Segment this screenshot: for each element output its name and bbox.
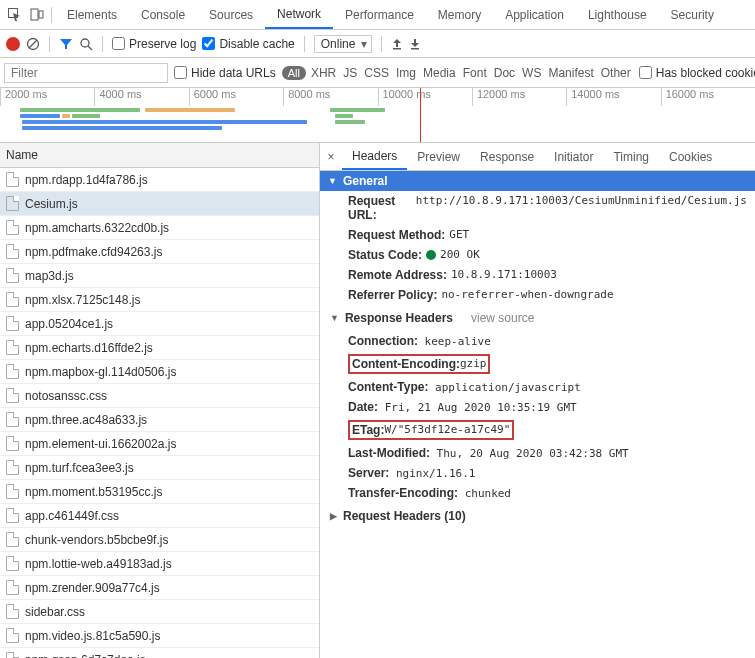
request-row[interactable]: npm.moment.b53195cc.js xyxy=(0,480,319,504)
header-row: Request URL:http://10.8.9.171:10003/Cesi… xyxy=(320,191,755,225)
detail-tab-response[interactable]: Response xyxy=(470,143,544,170)
timeline-overview[interactable]: 2000 ms4000 ms6000 ms8000 ms10000 ms1200… xyxy=(0,88,755,143)
request-row[interactable]: npm.pdfmake.cfd94263.js xyxy=(0,240,319,264)
has-blocked-checkbox[interactable]: Has blocked cookie xyxy=(639,66,755,80)
detail-tab-initiator[interactable]: Initiator xyxy=(544,143,603,170)
request-row[interactable]: npm.zrender.909a77c4.js xyxy=(0,576,319,600)
filter-type-js[interactable]: JS xyxy=(341,66,359,80)
filter-icon[interactable] xyxy=(59,37,73,51)
request-row[interactable]: sidebar.css xyxy=(0,600,319,624)
detail-tab-timing[interactable]: Timing xyxy=(603,143,659,170)
filter-type-css[interactable]: CSS xyxy=(362,66,391,80)
tab-performance[interactable]: Performance xyxy=(333,0,426,29)
file-icon xyxy=(6,436,19,451)
detail-tab-cookies[interactable]: Cookies xyxy=(659,143,722,170)
filter-type-other[interactable]: Other xyxy=(599,66,633,80)
tab-elements[interactable]: Elements xyxy=(55,0,129,29)
svg-line-6 xyxy=(88,46,92,50)
filter-type-media[interactable]: Media xyxy=(421,66,458,80)
filter-type-all[interactable]: All xyxy=(282,66,306,80)
filter-type-ws[interactable]: WS xyxy=(520,66,543,80)
request-row[interactable]: notosanssc.css xyxy=(0,384,319,408)
request-name: app.05204ce1.js xyxy=(25,317,113,331)
response-headers-section[interactable]: Response Headersview source xyxy=(320,305,755,331)
request-row[interactable]: npm.rdapp.1d4fa786.js xyxy=(0,168,319,192)
request-name: map3d.js xyxy=(25,269,74,283)
request-row[interactable]: npm.video.js.81c5a590.js xyxy=(0,624,319,648)
filter-type-xhr[interactable]: XHR xyxy=(309,66,338,80)
hide-data-urls-checkbox[interactable]: Hide data URLs xyxy=(174,66,276,80)
request-row[interactable]: npm.mapbox-gl.114d0506.js xyxy=(0,360,319,384)
filter-type-font[interactable]: Font xyxy=(461,66,489,80)
timeline-tick: 10000 ms xyxy=(378,88,472,106)
tab-application[interactable]: Application xyxy=(493,0,576,29)
request-name: npm.turf.fcea3ee3.js xyxy=(25,461,134,475)
request-row[interactable]: npm.three.ac48a633.js xyxy=(0,408,319,432)
search-icon[interactable] xyxy=(79,37,93,51)
request-headers-section[interactable]: Request Headers (10) xyxy=(320,503,755,529)
header-row: Status Code:200 OK xyxy=(320,245,755,265)
tab-console[interactable]: Console xyxy=(129,0,197,29)
filter-type-doc[interactable]: Doc xyxy=(492,66,517,80)
svg-rect-2 xyxy=(39,11,43,18)
request-row[interactable]: npm.echarts.d16ffde2.js xyxy=(0,336,319,360)
inspect-icon[interactable] xyxy=(4,8,26,22)
download-icon[interactable] xyxy=(409,38,421,50)
file-icon xyxy=(6,364,19,379)
timeline-tick: 8000 ms xyxy=(283,88,377,106)
header-row: Connection: keep-alive xyxy=(320,331,755,351)
request-name: npm.amcharts.6322cd0b.js xyxy=(25,221,169,235)
general-section-header[interactable]: General xyxy=(320,171,755,191)
request-row[interactable]: Cesium.js xyxy=(0,192,319,216)
request-row[interactable]: map3d.js xyxy=(0,264,319,288)
request-row[interactable]: app.05204ce1.js xyxy=(0,312,319,336)
timeline-marker xyxy=(420,88,421,142)
file-icon xyxy=(6,244,19,259)
tab-memory[interactable]: Memory xyxy=(426,0,493,29)
request-row[interactable]: npm.gsap.6d7c7dae.js xyxy=(0,648,319,658)
filter-input[interactable] xyxy=(4,63,168,83)
tab-network[interactable]: Network xyxy=(265,0,333,29)
timeline-tick: 6000 ms xyxy=(189,88,283,106)
request-name: npm.zrender.909a77c4.js xyxy=(25,581,160,595)
request-row[interactable]: app.c461449f.css xyxy=(0,504,319,528)
request-row[interactable]: npm.turf.fcea3ee3.js xyxy=(0,456,319,480)
tab-security[interactable]: Security xyxy=(659,0,726,29)
view-source-link[interactable]: view source xyxy=(471,311,534,325)
close-details-icon[interactable]: × xyxy=(320,150,342,164)
header-row: Request Method:GET xyxy=(320,225,755,245)
detail-tab-headers[interactable]: Headers xyxy=(342,143,407,170)
file-icon xyxy=(6,652,19,658)
request-row[interactable]: npm.xlsx.7125c148.js xyxy=(0,288,319,312)
detail-tab-preview[interactable]: Preview xyxy=(407,143,470,170)
file-icon xyxy=(6,628,19,643)
file-icon xyxy=(6,292,19,307)
name-column-header[interactable]: Name xyxy=(0,143,319,168)
filter-type-img[interactable]: Img xyxy=(394,66,418,80)
filter-type-manifest[interactable]: Manifest xyxy=(546,66,595,80)
request-row[interactable]: npm.lottie-web.a49183ad.js xyxy=(0,552,319,576)
file-icon xyxy=(6,172,19,187)
request-row[interactable]: chunk-vendors.b5bcbe9f.js xyxy=(0,528,319,552)
tab-lighthouse[interactable]: Lighthouse xyxy=(576,0,659,29)
record-button[interactable] xyxy=(6,37,20,51)
device-icon[interactable] xyxy=(26,8,48,22)
throttling-select[interactable]: Online ▾ xyxy=(314,35,373,53)
request-row[interactable]: npm.element-ui.1662002a.js xyxy=(0,432,319,456)
timeline-tick: 16000 ms xyxy=(661,88,755,106)
clear-icon[interactable] xyxy=(26,37,40,51)
upload-icon[interactable] xyxy=(391,38,403,50)
disable-cache-checkbox[interactable]: Disable cache xyxy=(202,37,294,51)
file-icon xyxy=(6,196,19,211)
request-row[interactable]: npm.amcharts.6322cd0b.js xyxy=(0,216,319,240)
request-name: notosanssc.css xyxy=(25,389,107,403)
file-icon xyxy=(6,508,19,523)
preserve-log-checkbox[interactable]: Preserve log xyxy=(112,37,196,51)
timeline-tick: 14000 ms xyxy=(566,88,660,106)
file-icon xyxy=(6,388,19,403)
header-row: Server: nginx/1.16.1 xyxy=(320,463,755,483)
svg-rect-8 xyxy=(411,48,419,50)
tab-sources[interactable]: Sources xyxy=(197,0,265,29)
request-name: app.c461449f.css xyxy=(25,509,119,523)
file-icon xyxy=(6,268,19,283)
